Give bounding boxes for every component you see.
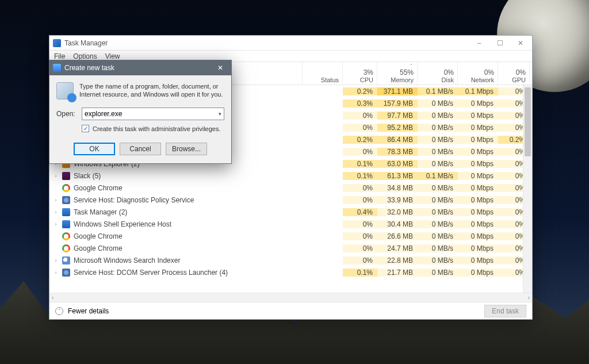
hscroll-left-icon[interactable]: ‹ [52, 294, 53, 301]
mem-cell: 26.6 MB [377, 232, 418, 240]
process-icon [62, 244, 70, 252]
mem-cell: 33.9 MB [377, 196, 418, 204]
mem-cell: 157.9 MB [377, 99, 418, 108]
process-name: Windows Shell Experience Host [74, 220, 171, 228]
process-icon [62, 256, 70, 265]
expand-icon[interactable]: › [53, 209, 59, 215]
admin-checkbox[interactable]: ✓ [82, 125, 89, 132]
cpu-cell: 0.2% [343, 136, 377, 144]
mem-cell: 22.8 MB [377, 256, 418, 265]
admin-privileges-checkbox-row[interactable]: ✓ Create this task with administrative p… [82, 125, 224, 132]
cpu-cell: 0% [343, 112, 377, 120]
hscroll-right-icon[interactable]: › [528, 294, 530, 301]
mem-cell: 30.4 MB [377, 220, 418, 228]
mem-cell: 34.8 MB [377, 184, 418, 192]
maximize-button[interactable]: ☐ [489, 36, 510, 51]
mem-cell: 24.7 MB [377, 244, 418, 252]
net-cell: 0 Mbps [458, 184, 498, 192]
disk-cell: 0 MB/s [418, 148, 458, 156]
net-cell: 0 Mbps [458, 208, 498, 216]
process-name: Microsoft Windows Search Indexer [74, 256, 180, 265]
mem-cell: 95.2 MB [377, 124, 418, 132]
process-icon [62, 232, 70, 240]
table-row[interactable]: ›Service Host: DCOM Server Process Launc… [49, 266, 532, 278]
mem-cell: 86.4 MB [377, 136, 418, 144]
open-combobox[interactable]: ▾ [82, 108, 224, 120]
table-row[interactable]: Google Chrome0%24.7 MB0 MB/s0 Mbps0% [49, 242, 532, 254]
disk-cell: 0 MB/s [418, 160, 458, 168]
task-manager-icon [53, 39, 61, 47]
net-cell: 0 Mbps [458, 136, 498, 144]
cpu-cell: 0% [343, 148, 377, 156]
net-cell: 0.1 Mbps [458, 87, 498, 95]
cpu-cell: 0.3% [343, 99, 377, 108]
cpu-cell: 0% [343, 184, 377, 192]
dialog-body: Type the name of a program, folder, docu… [49, 75, 231, 163]
open-input[interactable] [85, 110, 219, 118]
disk-cell: 0 MB/s [418, 232, 458, 240]
cpu-cell: 0% [343, 232, 377, 240]
col-gpu-engine[interactable]: GPU e [530, 62, 532, 86]
expand-icon[interactable]: › [53, 258, 59, 263]
chevron-down-icon[interactable]: ▾ [219, 111, 221, 117]
browse-button[interactable]: Browse... [166, 143, 207, 155]
end-task-button[interactable]: End task [484, 305, 526, 317]
titlebar[interactable]: Task Manager – ☐ ✕ [49, 36, 532, 51]
table-row[interactable]: ›Microsoft Windows Search Indexer0%22.8 … [49, 254, 532, 266]
dialog-close-button[interactable]: ✕ [213, 60, 228, 75]
fewer-details-link[interactable]: Fewer details [68, 307, 109, 315]
scrollbar-thumb[interactable] [525, 87, 531, 156]
disk-cell: 0 MB/s [418, 196, 458, 204]
cpu-cell: 0.1% [343, 172, 377, 180]
dialog-titlebar[interactable]: Create new task ✕ [49, 60, 231, 75]
disk-cell: 0.1 MB/s [418, 87, 458, 95]
net-cell: 0 Mbps [458, 220, 498, 228]
table-row[interactable]: ›Task Manager (2)0.4%32.0 MB0 MB/s0 Mbps… [49, 206, 532, 218]
col-cpu[interactable]: 3%CPU [343, 62, 377, 86]
mem-cell: 61.3 MB [377, 172, 418, 180]
mem-cell: 32.0 MB [377, 208, 418, 216]
disk-cell: 0.1 MB/s [418, 172, 458, 180]
vertical-scrollbar[interactable] [523, 85, 532, 293]
cpu-cell: 0.2% [343, 87, 377, 95]
col-gpu[interactable]: 0%GPU [498, 62, 530, 86]
close-button[interactable]: ✕ [510, 36, 531, 51]
table-row[interactable]: Google Chrome0%26.6 MB0 MB/s0 Mbps0% [49, 230, 532, 242]
process-name: Task Manager (2) [74, 208, 127, 216]
expand-icon[interactable]: › [53, 270, 59, 275]
minimize-button[interactable]: – [469, 36, 489, 51]
expand-icon[interactable]: › [53, 197, 59, 203]
expand-icon[interactable]: › [53, 221, 59, 227]
col-disk[interactable]: 0%Disk [418, 62, 458, 86]
col-network[interactable]: 0%Network [458, 62, 498, 86]
expand-icon[interactable]: › [53, 173, 59, 179]
horizontal-scrollbar[interactable]: ‹ › [49, 293, 532, 302]
table-row[interactable]: Google Chrome0%34.8 MB0 MB/s0 Mbps0% [49, 182, 532, 194]
menu-file[interactable]: File [54, 52, 65, 60]
process-icon [62, 196, 70, 204]
col-status[interactable]: Status [303, 62, 343, 86]
disk-cell: 0 MB/s [418, 269, 458, 277]
table-row[interactable]: ›Windows Shell Experience Host0%30.4 MB0… [49, 218, 532, 230]
cpu-cell: 0% [343, 196, 377, 204]
cancel-button[interactable]: Cancel [120, 143, 161, 155]
process-icon [62, 269, 70, 277]
disk-cell: 0 MB/s [418, 244, 458, 252]
fewer-details-icon[interactable]: ˄ [55, 307, 63, 315]
disk-cell: 0 MB/s [418, 112, 458, 120]
create-new-task-dialog: Create new task ✕ Type the name of a pro… [49, 60, 232, 164]
col-memory[interactable]: ˅ 55%Memory [377, 62, 418, 86]
process-name: Google Chrome [74, 232, 123, 240]
net-cell: 0 Mbps [458, 99, 498, 108]
ok-button[interactable]: OK [74, 143, 115, 155]
cpu-cell: 0.1% [343, 269, 377, 277]
menu-view[interactable]: View [105, 52, 120, 60]
table-row[interactable]: ›Service Host: Diagnostic Policy Service… [49, 194, 532, 206]
disk-cell: 0 MB/s [418, 124, 458, 132]
table-row[interactable]: ›Slack (5)0.1%61.3 MB0.1 MB/s0 Mbps0% [49, 170, 532, 182]
menu-options[interactable]: Options [73, 52, 97, 60]
cpu-cell: 0% [343, 124, 377, 132]
net-cell: 0 Mbps [458, 256, 498, 265]
process-name: Service Host: DCOM Server Process Launch… [74, 269, 228, 277]
footer: ˄ Fewer details End task [49, 302, 532, 319]
